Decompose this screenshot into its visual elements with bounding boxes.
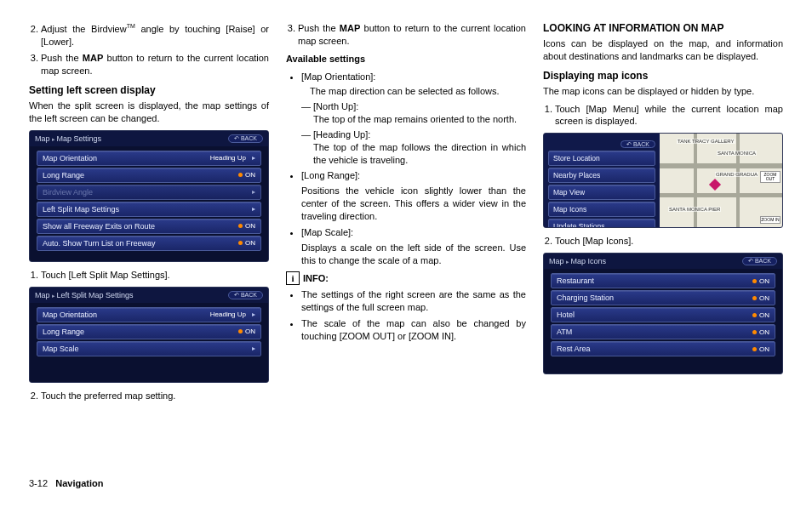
zoom-out-button[interactable]: ZOOM OUT — [760, 171, 781, 183]
ui-map-settings: Map▸Map Settings ↶ BACK Map OrientationH… — [29, 130, 269, 262]
vehicle-arrow-icon — [709, 179, 721, 191]
menu-map-view[interactable]: Map View — [548, 185, 655, 200]
back-button[interactable]: ↶ BACK — [620, 140, 655, 148]
row-auto-turnlist[interactable]: Auto. Show Turn List on FreewayON — [37, 236, 261, 251]
row-long-range[interactable]: Long RangeON — [37, 324, 261, 339]
page-footer: 3-12 Navigation — [29, 478, 783, 488]
para-displaying: The map icons can be displayed or hidden… — [543, 85, 783, 98]
col1-bstep1: Touch [Left Split Map Settings]. — [41, 269, 269, 282]
row-rest-area[interactable]: Rest AreaON — [551, 341, 775, 356]
item-long-range: [Long Range]: Positions the vehicle icon… — [301, 169, 526, 222]
on-dot-icon — [752, 330, 757, 334]
para-setting-left: When the split screen is displayed, the … — [29, 100, 269, 125]
row-map-scale[interactable]: Map Scale▸ — [37, 341, 261, 356]
col2-step3: Push the MAP button to return to the cur… — [298, 22, 526, 48]
row-birdview-angle: Birdview Angle▸ — [37, 185, 261, 200]
col3-step1: Touch [Map Menu] while the current locat… — [555, 103, 783, 128]
info-list: The settings of the right screen are the… — [301, 288, 526, 342]
col3-steps-b: Touch [Map Icons]. — [555, 235, 783, 248]
on-dot-icon — [752, 279, 757, 283]
col2-steps: Push the MAP button to return to the cur… — [298, 22, 526, 48]
on-dot-icon — [752, 347, 757, 351]
heading-available: Available settings — [286, 53, 526, 66]
menu-map-icons[interactable]: Map Icons — [548, 202, 655, 217]
info-item-2: The scale of the map can also be changed… — [301, 317, 526, 343]
on-dot-icon — [238, 329, 243, 333]
row-left-split[interactable]: Left Split Map Settings▸ — [37, 202, 261, 217]
heading-looking: LOOKING AT INFORMATION ON MAP — [543, 22, 783, 34]
zoom-in-button[interactable]: ZOOM IN — [760, 216, 781, 224]
menu-update-stations[interactable]: Update Stations — [548, 219, 655, 228]
back-button[interactable]: ↶ BACK — [742, 257, 777, 265]
item-map-scale: [Map Scale]: Displays a scale on the lef… — [301, 226, 526, 267]
col1-step2: Adjust the BirdviewTM angle by touching … — [41, 22, 269, 48]
row-long-range[interactable]: Long RangeON — [37, 168, 261, 183]
on-dot-icon — [238, 224, 243, 228]
row-map-orientation[interactable]: Map OrientationHeading Up▸ — [37, 307, 261, 322]
col1-steps-c: Touch the preferred map setting. — [41, 390, 269, 402]
ui-left-split-settings: Map▸Left Split Map Settings ↶ BACK Map O… — [29, 287, 269, 383]
sub-north-up: [North Up]: The top of the map remains o… — [301, 100, 526, 126]
para-looking: Icons can be displayed on the map, and i… — [543, 37, 783, 63]
ui-map-menu: ↶ BACK Store Location Nearby Places Map … — [543, 133, 783, 228]
row-map-orientation[interactable]: Map OrientationHeading Up▸ — [37, 151, 261, 166]
on-dot-icon — [752, 313, 757, 317]
info-icon: i — [286, 271, 300, 285]
col1-step3: Push the MAP button to return to the cur… — [41, 52, 269, 77]
row-charging[interactable]: Charging StationON — [551, 290, 775, 305]
col3-steps-a: Touch [Map Menu] while the current locat… — [555, 103, 783, 128]
breadcrumb: Map▸Left Split Map Settings — [35, 291, 134, 299]
back-button[interactable]: ↶ BACK — [228, 134, 263, 143]
info-item-1: The settings of the right screen are the… — [301, 288, 526, 314]
col3-step2: Touch [Map Icons]. — [555, 235, 783, 248]
menu-nearby-places[interactable]: Nearby Places — [548, 168, 655, 183]
breadcrumb: Map▸Map Icons — [549, 257, 606, 265]
back-button[interactable]: ↶ BACK — [228, 291, 263, 299]
on-dot-icon — [752, 296, 757, 300]
menu-store-location[interactable]: Store Location — [548, 151, 655, 166]
row-atm[interactable]: ATMON — [551, 324, 775, 339]
map-preview: TANK TRACY GALLERY SANTA MONICA GRAND GR… — [660, 134, 782, 227]
heading-setting-left: Setting left screen display — [29, 84, 269, 96]
row-restaurant[interactable]: RestaurantON — [551, 273, 775, 288]
heading-displaying: Displaying map icons — [543, 70, 783, 82]
col1-steps-a: Adjust the BirdviewTM angle by touching … — [41, 22, 269, 77]
col1-steps-b: Touch [Left Split Map Settings]. — [41, 269, 269, 282]
info-header: i INFO: — [286, 271, 526, 285]
row-freeway-exits[interactable]: Show all Freeway Exits on RouteON — [37, 219, 261, 234]
item-map-orientation: [Map Orientation]: The map direction can… — [301, 71, 526, 167]
breadcrumb: Map▸Map Settings — [35, 134, 101, 143]
col1-bstep2: Touch the preferred map setting. — [41, 390, 269, 402]
on-dot-icon — [238, 241, 243, 245]
ui-map-icons: Map▸Map Icons ↶ BACK RestaurantON Chargi… — [543, 253, 783, 374]
row-hotel[interactable]: HotelON — [551, 307, 775, 322]
sub-heading-up: [Heading Up]: The top of the map follows… — [301, 128, 526, 167]
on-dot-icon — [238, 173, 243, 177]
available-settings-list: [Map Orientation]: The map direction can… — [301, 71, 526, 267]
